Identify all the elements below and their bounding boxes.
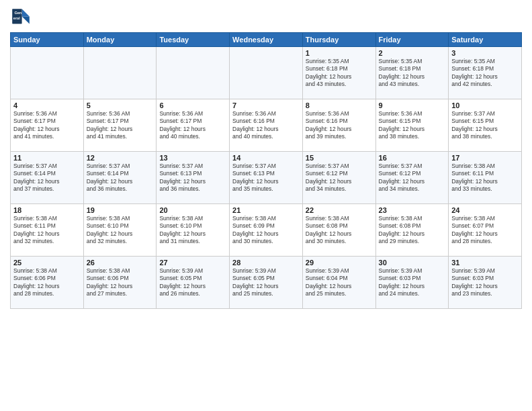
day-info: Sunrise: 5:35 AM Sunset: 6:18 PM Dayligh… [306,58,373,89]
day-info: Sunrise: 5:36 AM Sunset: 6:16 PM Dayligh… [306,110,373,141]
day-number: 4 [13,101,81,109]
day-number: 5 [87,101,154,109]
day-number: 1 [306,49,373,57]
day-number: 16 [379,154,446,162]
calendar-cell: 22Sunrise: 5:38 AM Sunset: 6:08 PM Dayli… [302,204,375,257]
calendar-cell: 2Sunrise: 5:35 AM Sunset: 6:18 PM Daylig… [375,47,449,99]
day-number: 25 [13,259,81,267]
calendar-cell: 28Sunrise: 5:39 AM Sunset: 6:05 PM Dayli… [230,257,303,309]
week-row-1: 1Sunrise: 5:35 AM Sunset: 6:18 PM Daylig… [11,47,522,99]
day-info: Sunrise: 5:37 AM Sunset: 6:13 PM Dayligh… [232,163,300,193]
calendar-cell: 11Sunrise: 5:37 AM Sunset: 6:14 PM Dayli… [11,152,84,204]
day-number: 29 [306,259,373,267]
day-info: Sunrise: 5:36 AM Sunset: 6:15 PM Dayligh… [379,110,446,141]
day-number: 28 [232,259,300,267]
calendar-table: SundayMondayTuesdayWednesdayThursdayFrid… [10,32,522,309]
day-info: Sunrise: 5:39 AM Sunset: 6:05 PM Dayligh… [232,267,300,298]
day-number: 6 [159,101,226,109]
calendar-cell: 14Sunrise: 5:37 AM Sunset: 6:13 PM Dayli… [230,152,303,204]
day-number: 13 [159,154,226,162]
header-row: SundayMondayTuesdayWednesdayThursdayFrid… [11,33,522,47]
day-info: Sunrise: 5:38 AM Sunset: 6:06 PM Dayligh… [13,267,81,298]
col-header-friday: Friday [375,33,449,47]
day-number: 7 [232,101,300,109]
calendar-cell: 4Sunrise: 5:36 AM Sunset: 6:17 PM Daylig… [11,99,84,152]
calendar-cell: 9Sunrise: 5:36 AM Sunset: 6:15 PM Daylig… [375,99,449,152]
calendar-cell [230,47,303,99]
col-header-saturday: Saturday [449,33,522,47]
col-header-thursday: Thursday [302,33,375,47]
day-info: Sunrise: 5:36 AM Sunset: 6:17 PM Dayligh… [159,110,226,141]
day-number: 14 [232,154,300,162]
week-row-2: 4Sunrise: 5:36 AM Sunset: 6:17 PM Daylig… [11,99,522,152]
day-number: 30 [379,259,446,267]
day-number: 15 [306,154,373,162]
day-info: Sunrise: 5:36 AM Sunset: 6:17 PM Dayligh… [87,110,154,141]
col-header-wednesday: Wednesday [230,33,303,47]
day-info: Sunrise: 5:39 AM Sunset: 6:04 PM Dayligh… [306,267,373,298]
day-number: 27 [159,259,226,267]
day-info: Sunrise: 5:36 AM Sunset: 6:17 PM Dayligh… [13,110,81,141]
day-number: 24 [451,206,519,214]
day-info: Sunrise: 5:37 AM Sunset: 6:12 PM Dayligh… [379,163,446,193]
calendar-cell: 7Sunrise: 5:36 AM Sunset: 6:16 PM Daylig… [230,99,303,152]
week-row-4: 18Sunrise: 5:38 AM Sunset: 6:11 PM Dayli… [11,204,522,257]
day-info: Sunrise: 5:37 AM Sunset: 6:15 PM Dayligh… [451,110,519,141]
day-number: 21 [232,206,300,214]
week-row-3: 11Sunrise: 5:37 AM Sunset: 6:14 PM Dayli… [11,152,522,204]
day-info: Sunrise: 5:36 AM Sunset: 6:16 PM Dayligh… [232,110,300,141]
header: Gen eral [10,7,522,28]
day-number: 11 [13,154,81,162]
day-info: Sunrise: 5:38 AM Sunset: 6:06 PM Dayligh… [87,267,154,298]
day-number: 12 [87,154,154,162]
calendar-cell: 29Sunrise: 5:39 AM Sunset: 6:04 PM Dayli… [302,257,375,309]
calendar-cell: 10Sunrise: 5:37 AM Sunset: 6:15 PM Dayli… [449,99,522,152]
day-info: Sunrise: 5:39 AM Sunset: 6:03 PM Dayligh… [451,267,519,298]
col-header-monday: Monday [83,33,157,47]
day-info: Sunrise: 5:37 AM Sunset: 6:12 PM Dayligh… [306,163,373,193]
day-number: 9 [379,101,446,109]
calendar-cell: 8Sunrise: 5:36 AM Sunset: 6:16 PM Daylig… [302,99,375,152]
calendar-cell: 27Sunrise: 5:39 AM Sunset: 6:05 PM Dayli… [157,257,230,309]
calendar-cell [11,47,84,99]
calendar-cell: 19Sunrise: 5:38 AM Sunset: 6:10 PM Dayli… [83,204,157,257]
day-info: Sunrise: 5:38 AM Sunset: 6:10 PM Dayligh… [159,215,226,246]
day-info: Sunrise: 5:38 AM Sunset: 6:09 PM Dayligh… [232,215,300,246]
day-info: Sunrise: 5:35 AM Sunset: 6:18 PM Dayligh… [451,58,519,89]
day-number: 3 [451,49,519,57]
calendar-cell: 13Sunrise: 5:37 AM Sunset: 6:13 PM Dayli… [157,152,230,204]
calendar-cell: 25Sunrise: 5:38 AM Sunset: 6:06 PM Dayli… [11,257,84,309]
day-number: 10 [451,101,519,109]
calendar-cell: 26Sunrise: 5:38 AM Sunset: 6:06 PM Dayli… [83,257,157,309]
calendar-cell: 1Sunrise: 5:35 AM Sunset: 6:18 PM Daylig… [302,47,375,99]
calendar-cell: 16Sunrise: 5:37 AM Sunset: 6:12 PM Dayli… [375,152,449,204]
day-number: 2 [379,49,446,57]
calendar-cell: 18Sunrise: 5:38 AM Sunset: 6:11 PM Dayli… [11,204,84,257]
calendar-cell: 30Sunrise: 5:39 AM Sunset: 6:03 PM Dayli… [375,257,449,309]
day-number: 19 [87,206,154,214]
svg-text:eral: eral [13,16,20,20]
logo-icon: Gen eral [10,7,32,28]
calendar-cell: 15Sunrise: 5:37 AM Sunset: 6:12 PM Dayli… [302,152,375,204]
calendar-cell: 21Sunrise: 5:38 AM Sunset: 6:09 PM Dayli… [230,204,303,257]
calendar-cell: 23Sunrise: 5:38 AM Sunset: 6:08 PM Dayli… [375,204,449,257]
calendar-cell: 17Sunrise: 5:38 AM Sunset: 6:11 PM Dayli… [449,152,522,204]
day-number: 31 [451,259,519,267]
day-info: Sunrise: 5:35 AM Sunset: 6:18 PM Dayligh… [379,58,446,89]
week-row-5: 25Sunrise: 5:38 AM Sunset: 6:06 PM Dayli… [11,257,522,309]
page-container: Gen eral SundayMondayTuesdayWednesdayThu… [0,0,532,316]
day-number: 20 [159,206,226,214]
day-info: Sunrise: 5:38 AM Sunset: 6:08 PM Dayligh… [306,215,373,246]
day-number: 23 [379,206,446,214]
calendar-cell: 6Sunrise: 5:36 AM Sunset: 6:17 PM Daylig… [157,99,230,152]
day-number: 18 [13,206,81,214]
col-header-tuesday: Tuesday [157,33,230,47]
svg-text:Gen: Gen [14,11,21,15]
day-info: Sunrise: 5:38 AM Sunset: 6:08 PM Dayligh… [379,215,446,246]
day-info: Sunrise: 5:37 AM Sunset: 6:13 PM Dayligh… [159,163,226,193]
calendar-cell: 3Sunrise: 5:35 AM Sunset: 6:18 PM Daylig… [449,47,522,99]
day-info: Sunrise: 5:39 AM Sunset: 6:03 PM Dayligh… [379,267,446,298]
calendar-cell [157,47,230,99]
day-number: 22 [306,206,373,214]
day-info: Sunrise: 5:38 AM Sunset: 6:10 PM Dayligh… [87,215,154,246]
